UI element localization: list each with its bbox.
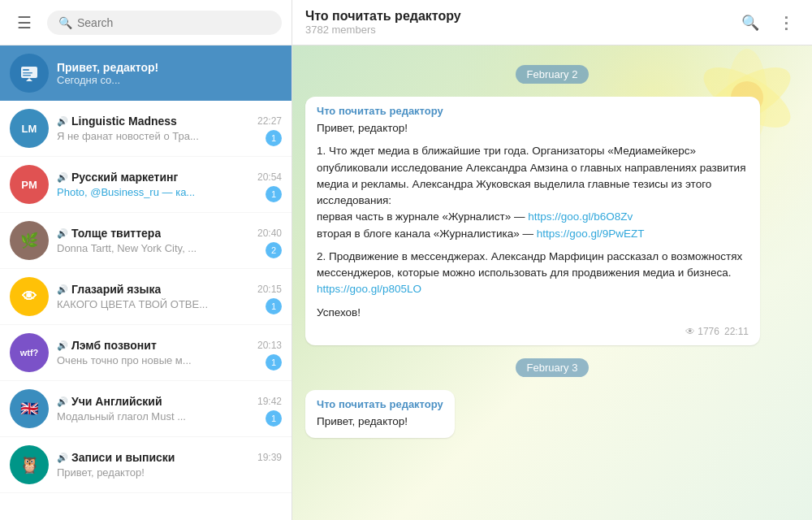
main-panel: Что почитать редактору 3782 members 🔍 ⋮ … [292, 0, 812, 520]
message-text-feb3: Привет, редактор! [317, 414, 443, 430]
header-actions: 🔍 ⋮ [737, 10, 799, 36]
search-header-icon: 🔍 [741, 14, 759, 32]
list-item[interactable]: PM 🔊 Русский маркетинг 20:54 Photo, @Bus… [0, 157, 292, 213]
svg-rect-1 [23, 69, 29, 71]
message-channel-name-feb3: Что почитать редактору [317, 398, 443, 410]
chat-preview: Очень точно про новые м... [57, 354, 282, 366]
chat-top: 🔊 Учи Английский 19:42 [57, 395, 282, 408]
message-views: 👁 1776 [685, 326, 719, 337]
avatar: PM [10, 165, 49, 204]
list-item[interactable]: 🇬🇧 🔊 Учи Английский 19:42 Модальный глаг… [0, 381, 292, 437]
chat-name: 🔊 Записи и выписки [57, 451, 175, 464]
list-item[interactable]: LM 🔊 Linguistic Madness 22:27 Я не фанат… [0, 101, 292, 157]
chat-top: 🔊 Толще твиттера 20:40 [57, 227, 282, 240]
top-chat-content: Привет, редактор! Сегодня со... [57, 61, 282, 86]
chat-name: 🔊 Linguistic Madness [57, 115, 177, 128]
chat-preview: Модальный глагол Must ... [57, 410, 282, 422]
chat-preview: Привет, редактор! [57, 466, 282, 479]
unread-badge: 1 [266, 130, 282, 146]
avatar: LM [10, 109, 49, 148]
chat-content: 🔊 Записи и выписки 19:39 Привет, редакто… [57, 451, 282, 479]
svg-rect-2 [23, 72, 32, 74]
link-1[interactable]: https://goo.gl/b6O8Zv [528, 210, 633, 223]
chat-title: Что почитать редактору [305, 9, 728, 24]
channel-icon: 🔊 [57, 396, 68, 407]
svg-rect-3 [23, 75, 31, 76]
chat-list: LM 🔊 Linguistic Madness 22:27 Я не фанат… [0, 101, 292, 520]
link-3[interactable]: https://goo.gl/p805LO [317, 283, 421, 295]
avatar: 🌿 [10, 221, 49, 260]
chat-content: 🔊 Учи Английский 19:42 Модальный глагол … [57, 395, 282, 422]
eye-icon: 👁 [685, 326, 695, 337]
search-icon: 🔍 [58, 16, 72, 29]
channel-icon: 🔊 [57, 340, 68, 351]
svg-marker-4 [26, 78, 32, 81]
search-box[interactable]: 🔍 [47, 11, 282, 35]
avatar: wtf? [10, 333, 49, 372]
unread-badge: 1 [266, 298, 282, 314]
sidebar-header: ☰ 🔍 [0, 0, 292, 46]
chat-name: 🔊 Толще твиттера [57, 227, 161, 240]
channel-icon: 🔊 [57, 453, 68, 463]
top-chat-preview: Сегодня со... [57, 74, 282, 86]
chat-preview: Photo, @Business_ru — ка... [57, 186, 282, 198]
message-bubble-feb3: Что почитать редактору Привет, редактор! [305, 390, 455, 438]
search-input[interactable] [77, 16, 270, 29]
menu-icon-btn[interactable]: ☰ [10, 8, 39, 37]
chat-time: 19:39 [257, 452, 282, 463]
chat-top: 🔊 Linguistic Madness 22:27 [57, 115, 282, 128]
chat-content: 🔊 Linguistic Madness 22:27 Я не фанат но… [57, 115, 282, 142]
chat-top: 🔊 Русский маркетинг 20:54 [57, 171, 282, 184]
message-time: 22:11 [724, 326, 749, 337]
list-item[interactable]: wtf? 🔊 Лэмб позвонит 20:13 Очень точно п… [0, 325, 292, 381]
chat-name: 🔊 Русский маркетинг [57, 171, 178, 184]
link-2[interactable]: https://goo.gl/9PwEZT [537, 228, 645, 240]
top-chat-name: Привет, редактор! [57, 61, 282, 74]
chat-header: Что почитать редактору 3782 members 🔍 ⋮ [292, 0, 812, 46]
chat-name: 🔊 Учи Английский [57, 395, 162, 408]
date-divider: February 2 [305, 65, 799, 84]
top-chat-item[interactable]: Привет, редактор! Сегодня со... [0, 46, 292, 101]
message-channel-name: Что почитать редактору [317, 105, 749, 117]
message-text: Привет, редактор! 1. Что ждет медиа в бл… [317, 120, 749, 321]
chat-time: 20:40 [257, 228, 282, 239]
date-divider-feb3: February 3 [305, 358, 799, 377]
channel-icon: 🔊 [57, 172, 68, 183]
unread-badge: 1 [266, 410, 282, 427]
messages-area: February 2 Что почитать редактору Привет… [292, 46, 812, 520]
avatar: 🦉 [10, 445, 49, 484]
avatar: 🇬🇧 [10, 389, 49, 428]
unread-badge: 1 [266, 354, 282, 370]
unread-badge: 1 [266, 186, 282, 202]
search-button[interactable]: 🔍 [737, 10, 763, 36]
chat-name: 🔊 Глазарий языка [57, 283, 161, 296]
chat-header-info: Что почитать редактору 3782 members [305, 9, 728, 36]
chat-content: 🔊 Глазарий языка 20:15 КАКОГО ЦВЕТА ТВОЙ… [57, 283, 282, 310]
sidebar: ☰ 🔍 Привет, редактор! Сегодня со... LM [0, 0, 292, 520]
menu-icon: ☰ [17, 13, 32, 32]
more-icon: ⋮ [778, 13, 794, 32]
top-chat-avatar [10, 54, 49, 93]
unread-badge: 2 [266, 242, 282, 258]
list-item[interactable]: 🦉 🔊 Записи и выписки 19:39 Привет, редак… [0, 437, 292, 493]
chat-subtitle: 3782 members [305, 24, 728, 36]
channel-icon: 🔊 [57, 228, 68, 239]
avatar: 👁 [10, 277, 49, 316]
date-label-feb3: February 3 [516, 358, 590, 377]
list-item[interactable]: 👁 🔊 Глазарий языка 20:15 КАКОГО ЦВЕТА ТВ… [0, 269, 292, 325]
message-bubble: Что почитать редактору Привет, редактор!… [305, 97, 760, 345]
chat-content: 🔊 Русский маркетинг 20:54 Photo, @Busine… [57, 171, 282, 198]
channel-icon: 🔊 [57, 116, 68, 127]
chat-preview: КАКОГО ЦВЕТА ТВОЙ ОТВЕ... [57, 298, 282, 310]
chat-content: 🔊 Толще твиттера 20:40 Donna Tartt, New … [57, 227, 282, 254]
chat-time: 20:54 [257, 171, 282, 183]
chat-time: 20:15 [257, 284, 282, 295]
chat-time: 19:42 [257, 396, 282, 407]
channel-icon: 🔊 [57, 284, 68, 295]
chat-preview: Я не фанат новостей о Тра... [57, 130, 282, 142]
more-button[interactable]: ⋮ [773, 10, 799, 36]
chat-name: 🔊 Лэмб позвонит [57, 339, 157, 352]
chat-top: 🔊 Глазарий языка 20:15 [57, 283, 282, 296]
list-item[interactable]: 🌿 🔊 Толще твиттера 20:40 Donna Tartt, Ne… [0, 213, 292, 269]
chat-top: 🔊 Записи и выписки 19:39 [57, 451, 282, 464]
